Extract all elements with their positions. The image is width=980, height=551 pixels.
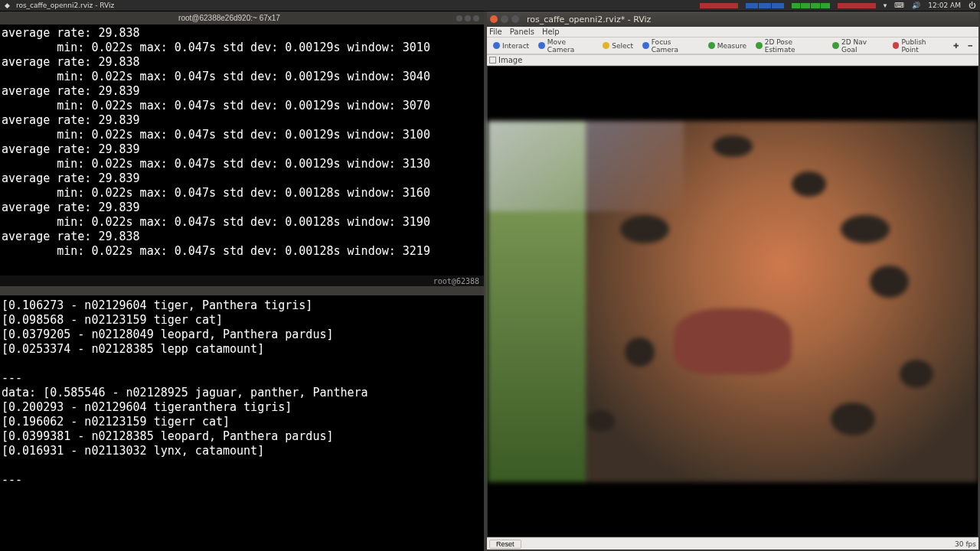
terminal-output: average rate: 29.838 min: 0.022s max: 0.… xyxy=(0,24,484,259)
rviz-image-view xyxy=(487,66,978,537)
fps-readout: 30 fps xyxy=(955,540,976,548)
system-meter xyxy=(838,3,876,8)
terminal-titlebar[interactable]: root@62388e26d920:~ 67x17 xyxy=(0,11,484,24)
rviz-window: ros_caffe_openni2.rviz* - RViz FilePanel… xyxy=(487,11,978,549)
tool-measure[interactable]: Measure xyxy=(704,40,750,52)
close-icon[interactable] xyxy=(490,15,498,23)
clock[interactable]: 12:02 AM xyxy=(928,2,961,9)
volume-icon[interactable]: 🔊 xyxy=(912,2,920,9)
tool-interact[interactable]: Interact xyxy=(489,40,533,52)
rviz-titlebar[interactable]: ros_caffe_openni2.rviz* - RViz xyxy=(487,11,978,27)
rviz-title: ros_caffe_openni2.rviz* - RViz xyxy=(527,15,651,24)
select-icon xyxy=(603,42,609,49)
tool-label: Focus Camera xyxy=(652,38,699,54)
tool-label: Select xyxy=(612,42,633,50)
terminal-classification[interactable]: [0.106273 - n02129604 tiger, Panthera ti… xyxy=(0,295,484,551)
rviz-statusbar: Reset 30 fps xyxy=(487,537,978,549)
terminal-footer: root@62388 xyxy=(0,276,484,286)
measure-icon xyxy=(708,42,715,49)
interact-icon xyxy=(493,42,500,49)
keyboard-icon[interactable]: ⌨ xyxy=(894,2,904,9)
tool-2d-pose-estimate[interactable]: 2D Pose Estimate xyxy=(752,36,827,56)
rviz-toolbar[interactable]: InteractMove CameraSelectFocus CameraMea… xyxy=(487,37,978,54)
maximize-icon[interactable] xyxy=(465,15,471,21)
minimize-icon[interactable] xyxy=(501,15,508,23)
menu-file[interactable]: File xyxy=(489,28,502,36)
remove-tool-button[interactable]: ━ xyxy=(965,40,976,52)
tool-label: 2D Nav Goal xyxy=(841,38,884,54)
2d-pose-estimate-icon xyxy=(756,42,763,49)
maximize-icon[interactable] xyxy=(511,15,519,23)
minimize-icon[interactable] xyxy=(456,15,462,21)
ubuntu-icon: ◆ xyxy=(5,2,10,9)
terminal-rostopic-hz[interactable]: root@62388e26d920:~ 67x17 average rate: … xyxy=(0,11,484,286)
system-meter xyxy=(746,3,784,8)
undock-icon[interactable] xyxy=(489,57,496,64)
reset-button[interactable]: Reset xyxy=(489,540,521,549)
tool-2d-nav-goal[interactable]: 2D Nav Goal xyxy=(828,36,887,56)
tool-move-camera[interactable]: Move Camera xyxy=(534,36,597,56)
network-icon[interactable]: ▾ xyxy=(884,2,887,9)
move-camera-icon xyxy=(538,42,545,49)
power-icon[interactable]: ⏻ xyxy=(969,2,975,9)
image-content xyxy=(488,121,978,483)
close-icon[interactable] xyxy=(473,15,479,21)
system-meter xyxy=(700,3,738,8)
tool-label: Move Camera xyxy=(547,38,593,54)
2d-nav-goal-icon xyxy=(832,42,839,49)
panel-title: Image xyxy=(498,56,522,64)
focus-camera-icon xyxy=(642,42,649,49)
tool-select[interactable]: Select xyxy=(599,40,637,52)
tool-publish-point[interactable]: Publish Point xyxy=(889,36,948,56)
terminal-title: root@62388e26d920:~ 67x17 xyxy=(178,11,280,25)
tool-label: Measure xyxy=(717,42,746,50)
tool-label: Publish Point xyxy=(901,38,944,54)
system-topbar: ◆ ros_caffe_openni2.rviz - RViz ▾ ⌨ 🔊 12… xyxy=(0,0,980,11)
rviz-image-panel-header[interactable]: Image xyxy=(487,54,978,66)
system-meter xyxy=(792,3,830,8)
tool-label: 2D Pose Estimate xyxy=(765,38,824,54)
footer-right: root@62388 xyxy=(433,274,479,287)
tool-label: Interact xyxy=(502,42,529,50)
terminal-output: [0.106273 - n02129604 tiger, Panthera ti… xyxy=(0,295,484,487)
publish-point-icon xyxy=(893,42,900,49)
tool-focus-camera[interactable]: Focus Camera xyxy=(639,36,703,56)
menu-panels[interactable]: Panels xyxy=(510,28,534,36)
add-tool-button[interactable]: ✚ xyxy=(949,40,963,52)
menu-help[interactable]: Help xyxy=(542,28,560,36)
topbar-title: ros_caffe_openni2.rviz - RViz xyxy=(16,2,114,9)
